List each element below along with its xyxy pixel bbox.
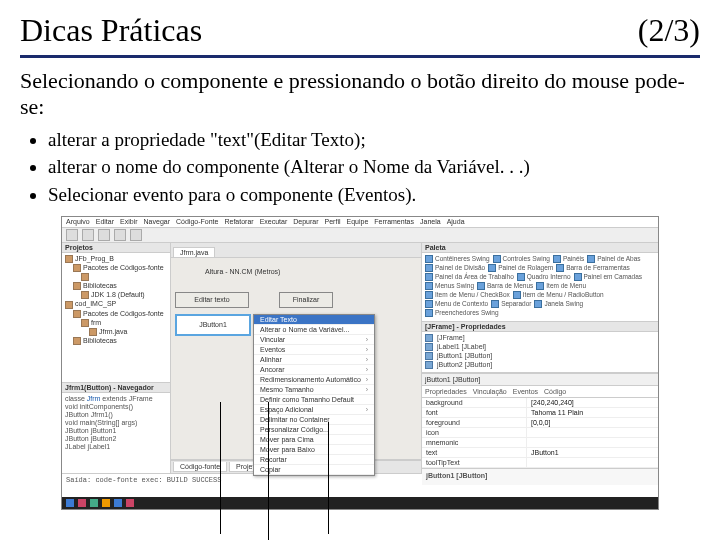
- context-menu-item[interactable]: Copiar: [254, 465, 374, 475]
- tree-node[interactable]: Bibliotecas: [65, 337, 167, 346]
- menu-item[interactable]: Código-Fonte: [176, 218, 218, 225]
- palette-item[interactable]: Separador: [491, 300, 531, 308]
- toolbar-button[interactable]: [130, 229, 142, 241]
- editor-tab[interactable]: Jfrm.java: [173, 247, 215, 257]
- property-tab[interactable]: Código: [544, 388, 566, 395]
- menu-item[interactable]: Editar: [96, 218, 114, 225]
- taskbar-icon[interactable]: [78, 499, 86, 507]
- hierarchy-item[interactable]: [JFrame]: [425, 334, 655, 343]
- navigator-line[interactable]: classe Jfrm extends JFrame: [65, 395, 167, 403]
- palette-item[interactable]: Preenchedores Swing: [425, 309, 499, 317]
- form-designer[interactable]: Altura - NN.CM (Metros) Editar texto Fin…: [171, 258, 421, 460]
- property-row[interactable]: background[240,240,240]: [422, 398, 658, 408]
- toolbar-button[interactable]: [98, 229, 110, 241]
- palette-item[interactable]: Quadro Interno: [517, 273, 571, 281]
- menu-item[interactable]: Janela: [420, 218, 441, 225]
- palette-item[interactable]: Janela Swing: [534, 300, 583, 308]
- editor-tabs[interactable]: Jfrm.java: [171, 243, 421, 258]
- tree-node[interactable]: Bibliotecas: [65, 282, 167, 291]
- navigator-line[interactable]: JButton Jfrm1(): [65, 411, 167, 419]
- navigator-line[interactable]: void initComponents(): [65, 403, 167, 411]
- context-menu-item[interactable]: Alinhar: [254, 355, 374, 365]
- designer-button-selected[interactable]: JButton1: [175, 314, 251, 336]
- navigator-line[interactable]: JButton jButton1: [65, 427, 167, 435]
- palette-item[interactable]: Item de Menu: [536, 282, 586, 290]
- context-menu-item[interactable]: Editar Texto: [254, 315, 374, 325]
- designer-button[interactable]: Finalizar: [279, 292, 333, 308]
- tree-node[interactable]: frm: [65, 319, 167, 328]
- navigator-line[interactable]: JLabel jLabel1: [65, 443, 167, 451]
- tree-node[interactable]: JFb_Prog_B: [65, 255, 167, 264]
- palette-item[interactable]: Painéis: [553, 255, 584, 263]
- taskbar-icon[interactable]: [66, 499, 74, 507]
- property-row[interactable]: textJButton1: [422, 448, 658, 458]
- menu-item[interactable]: Refatorar: [224, 218, 253, 225]
- palette-item[interactable]: Barra de Ferramentas: [556, 264, 630, 272]
- property-tab[interactable]: Vinculação: [473, 388, 507, 395]
- hierarchy-item[interactable]: jButton1 [JButton]: [425, 352, 655, 361]
- bottom-tab[interactable]: Código-fonte: [173, 462, 227, 472]
- context-menu-item[interactable]: Recortar: [254, 455, 374, 465]
- context-menu-item[interactable]: Mover para Baixo: [254, 445, 374, 455]
- property-row[interactable]: foreground[0,0,0]: [422, 418, 658, 428]
- context-menu-item[interactable]: Alterar o Nome da Variável...: [254, 325, 374, 335]
- property-tab[interactable]: Eventos: [513, 388, 538, 395]
- tree-node[interactable]: cod_IMC_SP: [65, 300, 167, 309]
- taskbar-icon[interactable]: [90, 499, 98, 507]
- navigator-line[interactable]: JButton jButton2: [65, 435, 167, 443]
- toolbar-button[interactable]: [114, 229, 126, 241]
- tree-node[interactable]: Jfrm.java: [65, 328, 167, 337]
- tree-node[interactable]: JDK 1.8 (Default): [65, 291, 167, 300]
- menu-item[interactable]: Executar: [260, 218, 288, 225]
- context-menu-item[interactable]: Eventos: [254, 345, 374, 355]
- menu-item[interactable]: Perfil: [325, 218, 341, 225]
- menu-item[interactable]: Depurar: [293, 218, 318, 225]
- palette-item[interactable]: Item de Menu / CheckBox: [425, 291, 510, 299]
- menu-item[interactable]: Exibir: [120, 218, 138, 225]
- palette-item[interactable]: Contêineres Swing: [425, 255, 490, 263]
- context-menu-item[interactable]: Redimensionamento Automático: [254, 375, 374, 385]
- taskbar-icon[interactable]: [126, 499, 134, 507]
- context-menu-item[interactable]: Mesmo Tamanho: [254, 385, 374, 395]
- property-row[interactable]: fontTahoma 11 Plain: [422, 408, 658, 418]
- palette-item[interactable]: Painel de Divisão: [425, 264, 485, 272]
- menu-item[interactable]: Arquivo: [66, 218, 90, 225]
- toolbar-button[interactable]: [66, 229, 78, 241]
- tree-node[interactable]: Pacotes de Códigos-fonte: [65, 310, 167, 319]
- designer-label[interactable]: Altura - NN.CM (Metros): [205, 266, 325, 278]
- menu-item[interactable]: Equipe: [347, 218, 369, 225]
- property-row[interactable]: mnemonic: [422, 438, 658, 448]
- palette-item[interactable]: Painel de Abas: [587, 255, 640, 263]
- hierarchy-panel[interactable]: [JFrame] - Propriedades [JFrame]jLabel1 …: [422, 322, 658, 373]
- properties-tabs[interactable]: PropriedadesVinculaçãoEventosCódigo: [422, 386, 658, 398]
- palette-categories[interactable]: Contêineres SwingControles SwingPainéisP…: [425, 255, 655, 317]
- taskbar-icon[interactable]: [102, 499, 110, 507]
- menu-item[interactable]: Ajuda: [447, 218, 465, 225]
- property-row[interactable]: toolTipText: [422, 458, 658, 468]
- context-menu-item[interactable]: Ancorar: [254, 365, 374, 375]
- palette-item[interactable]: Painel da Área de Trabalho: [425, 273, 514, 281]
- context-menu-item[interactable]: Definir como Tamanho Default: [254, 395, 374, 405]
- designer-button[interactable]: Editar texto: [175, 292, 249, 308]
- hierarchy-item[interactable]: jButton2 [JButton]: [425, 361, 655, 370]
- menu-item[interactable]: Navegar: [144, 218, 170, 225]
- palette-item[interactable]: Menus Swing: [425, 282, 474, 290]
- context-menu-item[interactable]: Mover para Cima: [254, 435, 374, 445]
- tree-node[interactable]: Pacotes de Códigos-fonte: [65, 264, 167, 273]
- palette-item[interactable]: Painel em Camadas: [574, 273, 643, 281]
- projects-tree[interactable]: JFb_Prog_BPacotes de Códigos-fonteBiblio…: [62, 253, 170, 382]
- toolbar-button[interactable]: [82, 229, 94, 241]
- palette-item[interactable]: Barra de Menus: [477, 282, 533, 290]
- palette-item[interactable]: Controles Swing: [493, 255, 550, 263]
- palette-item[interactable]: Item de Menu / RadioButton: [513, 291, 604, 299]
- properties-grid[interactable]: background[240,240,240]fontTahoma 11 Pla…: [422, 398, 658, 468]
- tree-node[interactable]: [65, 273, 167, 282]
- palette-item[interactable]: Menu de Contexto: [425, 300, 488, 308]
- property-row[interactable]: icon: [422, 428, 658, 438]
- menu-item[interactable]: Ferramentas: [374, 218, 414, 225]
- context-menu-item[interactable]: Espaço Adicional: [254, 405, 374, 415]
- context-menu-item[interactable]: Delimitar no Container: [254, 415, 374, 425]
- context-menu-item[interactable]: Vincular: [254, 335, 374, 345]
- property-tab[interactable]: Propriedades: [425, 388, 467, 395]
- context-menu-item[interactable]: Personalizar Código...: [254, 425, 374, 435]
